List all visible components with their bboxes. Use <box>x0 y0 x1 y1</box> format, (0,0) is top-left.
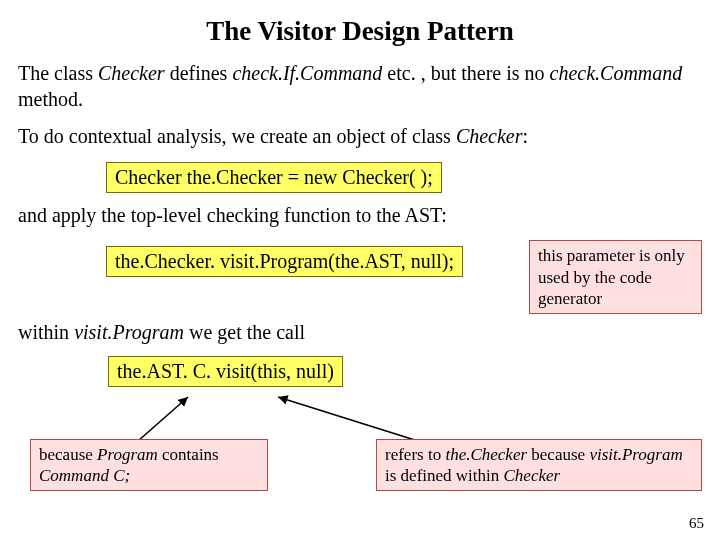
text: we get the call <box>184 321 305 343</box>
text: because <box>39 445 97 464</box>
class-checker: Checker <box>98 62 165 84</box>
page-title: The Visitor Design Pattern <box>18 16 702 47</box>
class-checker: Checker <box>504 466 561 485</box>
text: method. <box>18 88 83 110</box>
method-visitprogram: visit.Program <box>74 321 184 343</box>
field-command-c: Command C; <box>39 466 130 485</box>
text: refers to <box>385 445 445 464</box>
class-program: Program <box>97 445 158 464</box>
text: : <box>523 125 529 147</box>
text: To do contextual analysis, we create an … <box>18 125 456 147</box>
text: because <box>527 445 589 464</box>
class-checker: Checker <box>456 125 523 147</box>
method-checkcommand: check.Command <box>550 62 683 84</box>
text: within <box>18 321 74 343</box>
annotation-left: because Program contains Command C; <box>30 439 268 492</box>
code-visit-call: the.AST. C. visit(this, null) <box>108 356 702 387</box>
within-line: within visit.Program we get the call <box>18 320 702 346</box>
apply-line: and apply the top-level checking functio… <box>18 203 702 229</box>
code-text: the.AST. C. visit(this, null) <box>108 356 343 387</box>
ref-thechecker: the.Checker <box>445 445 527 464</box>
code-text: the.Checker. visit.Program(the.AST, null… <box>106 246 463 277</box>
code-text: Checker the.Checker = new Checker( ); <box>106 162 442 193</box>
method-checkif: check.If.Command <box>232 62 382 84</box>
code-new-checker: Checker the.Checker = new Checker( ); <box>106 162 702 193</box>
text: contains <box>158 445 219 464</box>
arrow-icon <box>138 397 188 441</box>
text: defines <box>165 62 233 84</box>
sidebox-note: this parameter is only used by the code … <box>529 240 702 314</box>
text: etc. , but there is no <box>382 62 549 84</box>
page-number: 65 <box>689 515 704 532</box>
annotation-right: refers to the.Checker because visit.Prog… <box>376 439 702 492</box>
method-visitprogram: visit.Program <box>589 445 682 464</box>
intro-paragraph: The class Checker defines check.If.Comma… <box>18 61 702 112</box>
text: is defined within <box>385 466 504 485</box>
text: The class <box>18 62 98 84</box>
create-object-line: To do contextual analysis, we create an … <box>18 124 702 150</box>
code-visit-program: the.Checker. visit.Program(the.AST, null… <box>106 246 463 277</box>
arrow-icon <box>278 397 418 441</box>
